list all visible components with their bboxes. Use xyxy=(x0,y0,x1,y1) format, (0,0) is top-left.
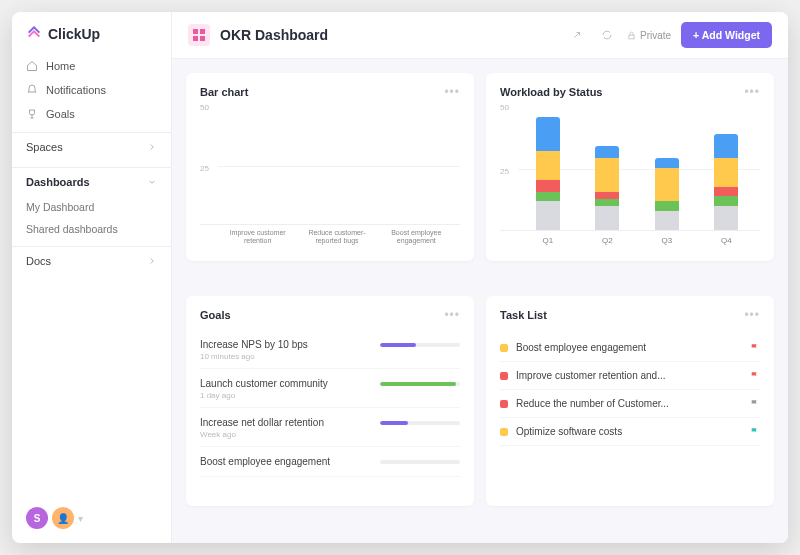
bar-chart: 50 25 Improve customer retentionReduce c… xyxy=(200,107,460,225)
section-spaces[interactable]: Spaces xyxy=(12,132,171,161)
stack-segment xyxy=(714,187,738,197)
card-title: Task List xyxy=(500,309,547,321)
stack-segment xyxy=(714,134,738,158)
topbar: OKR Dashboard Private + Add Widget xyxy=(172,12,788,59)
card-workload: Workload by Status ••• 50 25 Q1Q2Q3Q4 xyxy=(486,73,774,261)
task-name: Reduce the number of Customer... xyxy=(516,398,669,409)
svg-rect-2 xyxy=(193,36,198,41)
stack-segment xyxy=(536,192,560,202)
task-item[interactable]: Improve customer retention and... xyxy=(500,362,760,390)
stack-col-wrap: Q3 xyxy=(655,158,679,230)
stack-col-wrap: Q2 xyxy=(595,146,619,230)
card-bar-chart: Bar chart ••• 50 25 Improve customer ret… xyxy=(186,73,474,261)
goal-item[interactable]: Launch customer community1 day ago xyxy=(200,371,460,408)
stack-col xyxy=(655,158,679,230)
page-title: OKR Dashboard xyxy=(220,27,328,43)
clickup-icon xyxy=(26,26,42,42)
stack-segment xyxy=(655,201,679,211)
flag-icon xyxy=(750,399,760,409)
stack-segment xyxy=(536,201,560,230)
card-goals: Goals ••• Increase NPS by 10 bps10 minut… xyxy=(186,296,474,506)
stack-segment xyxy=(655,158,679,168)
status-square xyxy=(500,372,508,380)
section-docs[interactable]: Docs xyxy=(12,246,171,275)
lock-icon xyxy=(627,31,636,40)
card-menu-button[interactable]: ••• xyxy=(444,85,460,99)
stack-segment xyxy=(714,206,738,230)
task-item[interactable]: Reduce the number of Customer... xyxy=(500,390,760,418)
flag-icon xyxy=(750,427,760,437)
stack-col xyxy=(595,146,619,230)
goal-name: Increase NPS by 10 bps xyxy=(200,339,308,350)
nav-notifications[interactable]: Notifications xyxy=(12,78,171,102)
add-widget-button[interactable]: + Add Widget xyxy=(681,22,772,48)
flag-icon xyxy=(750,371,760,381)
stack-segment xyxy=(714,158,738,187)
svg-rect-1 xyxy=(200,29,205,34)
task-name: Boost employee engagement xyxy=(516,342,646,353)
task-name: Improve customer retention and... xyxy=(516,370,666,381)
stack-segment xyxy=(655,168,679,202)
chevron-down-icon xyxy=(147,177,157,187)
sidebar-item-my-dashboard[interactable]: My Dashboard xyxy=(12,196,171,218)
stack-col xyxy=(536,117,560,230)
avatar[interactable]: S xyxy=(26,507,48,529)
stack-segment xyxy=(595,206,619,230)
section-label: Docs xyxy=(26,255,51,267)
home-icon xyxy=(26,60,38,72)
nav-label: Notifications xyxy=(46,84,106,96)
svg-rect-0 xyxy=(193,29,198,34)
bell-icon xyxy=(26,84,38,96)
goal-name: Boost employee engagement xyxy=(200,456,330,467)
card-title: Goals xyxy=(200,309,231,321)
stack-col xyxy=(714,134,738,230)
goal-item[interactable]: Increase NPS by 10 bps10 minutes ago xyxy=(200,332,460,369)
goals-list: Increase NPS by 10 bps10 minutes agoLaun… xyxy=(200,332,460,477)
privacy-label: Private xyxy=(640,30,671,41)
bar-label: Boost employee engagement xyxy=(381,229,451,246)
task-item[interactable]: Optimize software costs xyxy=(500,418,760,446)
chevron-right-icon xyxy=(147,256,157,266)
task-item[interactable]: Boost employee engagement xyxy=(500,334,760,362)
progress-bar xyxy=(380,421,460,425)
privacy-indicator[interactable]: Private xyxy=(627,30,671,41)
card-menu-button[interactable]: ••• xyxy=(444,308,460,322)
status-square xyxy=(500,400,508,408)
stack-segment xyxy=(595,192,619,199)
stack-label: Q2 xyxy=(602,236,613,245)
svg-rect-3 xyxy=(200,36,205,41)
brand-name: ClickUp xyxy=(48,26,100,42)
avatar-more[interactable]: ▾ xyxy=(78,513,83,524)
status-square xyxy=(500,428,508,436)
trophy-icon xyxy=(26,108,38,120)
chevron-right-icon xyxy=(147,142,157,152)
nav-goals[interactable]: Goals xyxy=(12,102,171,126)
goal-time: 1 day ago xyxy=(200,391,460,400)
dashboard-icon xyxy=(188,24,210,46)
status-square xyxy=(500,344,508,352)
section-dashboards[interactable]: Dashboards xyxy=(12,167,171,196)
nav-home[interactable]: Home xyxy=(12,54,171,78)
goal-item[interactable]: Boost employee engagement xyxy=(200,449,460,477)
section-label: Dashboards xyxy=(26,176,90,188)
stack-segment xyxy=(536,117,560,151)
stacked-chart: 50 25 Q1Q2Q3Q4 xyxy=(500,107,760,231)
sidebar-item-shared-dashboards[interactable]: Shared dashboards xyxy=(12,218,171,240)
main-area: OKR Dashboard Private + Add Widget Bar c… xyxy=(172,12,788,543)
nav-label: Home xyxy=(46,60,75,72)
card-menu-button[interactable]: ••• xyxy=(744,85,760,99)
stack-segment xyxy=(536,180,560,192)
stack-segment xyxy=(536,151,560,180)
expand-button[interactable] xyxy=(567,25,587,45)
card-menu-button[interactable]: ••• xyxy=(744,308,760,322)
flag-icon xyxy=(750,343,760,353)
goal-item[interactable]: Increase net dollar retentionWeek ago xyxy=(200,410,460,447)
task-name: Optimize software costs xyxy=(516,426,622,437)
refresh-button[interactable] xyxy=(597,25,617,45)
avatar[interactable]: 👤 xyxy=(52,507,74,529)
brand-logo[interactable]: ClickUp xyxy=(12,26,171,54)
bar-label: Reduce customer-reported bugs xyxy=(302,229,372,246)
sidebar: ClickUp Home Notifications Goals Spaces … xyxy=(12,12,172,543)
nav-label: Goals xyxy=(46,108,75,120)
stack-col-wrap: Q1 xyxy=(536,117,560,230)
